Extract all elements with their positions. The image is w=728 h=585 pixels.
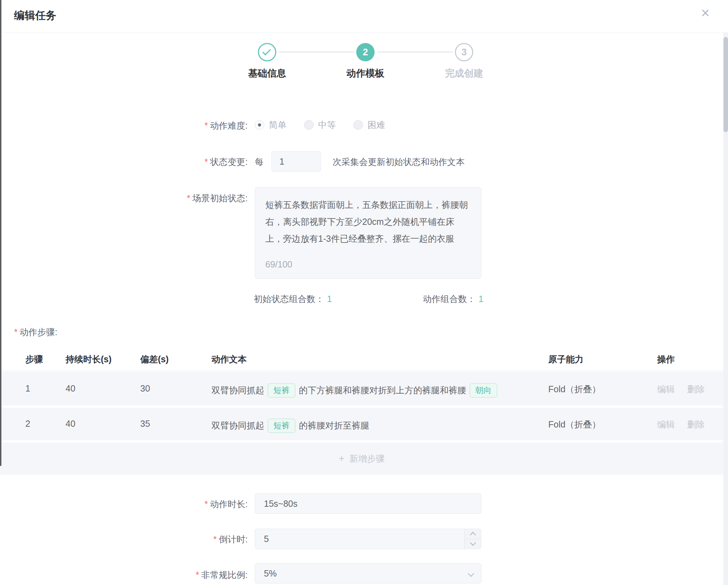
step-3-number: 3 [461, 47, 467, 58]
difficulty-radio-group: 简单 中等 困难 [255, 119, 385, 131]
table-header: 步骤 持续时长(s) 偏差(s) 动作文本 原子能力 操作 [0, 347, 723, 371]
action-combo-value: 1 [479, 294, 483, 304]
step-1-circle [258, 43, 276, 61]
radio-easy[interactable]: 简单 [255, 119, 286, 131]
delete-link[interactable]: 删除 [687, 419, 705, 429]
plus-icon: + [339, 453, 345, 464]
step-connector-1 [279, 51, 354, 53]
difficulty-label: *动作难度: [204, 120, 248, 131]
delete-link[interactable]: 删除 [687, 384, 705, 394]
state-change-suffix: 次采集会更新初始状态和动作文本 [333, 156, 465, 168]
unusual-ratio-select[interactable]: 5% [255, 563, 481, 584]
required-asterisk: * [14, 327, 18, 337]
col-action-text: 动作文本 [211, 353, 247, 365]
radio-hard-dot[interactable] [353, 120, 363, 130]
dialog-header: 编辑任务 × [0, 0, 728, 32]
radio-easy-dot[interactable] [255, 120, 264, 130]
unusual-ratio-label: *非常规比例: [196, 569, 248, 581]
state-change-prefix: 每 [255, 156, 264, 168]
row2-offset: 35 [140, 419, 150, 429]
step-1-label: 基础信息 [221, 67, 313, 80]
number-stepper [464, 529, 481, 549]
stepper-up-button[interactable] [465, 529, 481, 539]
row2-duration: 40 [66, 419, 75, 429]
check-icon [263, 47, 271, 55]
row2-operations: 编辑 删除 [657, 419, 705, 430]
add-step-button[interactable]: + 新增步骤 [0, 442, 723, 475]
chevron-down-icon [470, 540, 476, 546]
table-row: 2 40 35 双臂协同抓起 短裤 的裤腰对折至裤腿 Fold（折叠） 编辑 删… [0, 408, 723, 440]
object-tag: 短裤 [268, 419, 295, 433]
scene-init-text: 短裤五条数据背面朝上，五条数据正面朝上，裤腰朝右，离头部视野下方至少20cm之外… [265, 196, 471, 247]
radio-easy-label: 简单 [269, 119, 286, 131]
orientation-tag: 朝向 [470, 383, 497, 398]
required-asterisk: * [187, 193, 190, 203]
radio-medium[interactable]: 中等 [304, 119, 336, 131]
duration-value: 15s~80s [264, 499, 297, 509]
chevron-down-icon [468, 570, 474, 577]
row1-action-text: 双臂协同抓起 短裤 的下方裤腿和裤腰对折到上方的裤腿和裤腰 朝向 [211, 383, 497, 398]
edit-link[interactable]: 编辑 [657, 419, 675, 429]
close-icon[interactable]: × [701, 6, 710, 20]
step-3-label: 完成创建 [418, 67, 510, 80]
add-step-label: 新增步骤 [349, 453, 384, 464]
required-asterisk: * [204, 121, 208, 130]
edit-link[interactable]: 编辑 [657, 384, 675, 394]
step-2-number: 2 [363, 47, 368, 58]
required-asterisk: * [213, 534, 217, 544]
unusual-ratio-value: 5% [264, 568, 277, 579]
page-edge [0, 0, 1, 466]
state-change-value: 1 [279, 156, 284, 167]
step-3-circle: 3 [455, 43, 473, 61]
action-combo-count: 动作组合数：1 [423, 293, 483, 305]
col-operations: 操作 [657, 353, 675, 365]
scrollbar[interactable] [723, 33, 728, 585]
step-2-label: 动作模板 [320, 67, 411, 80]
col-step: 步骤 [25, 353, 43, 365]
scene-init-textarea[interactable]: 短裤五条数据背面朝上，五条数据正面朝上，裤腰朝右，离头部视野下方至少20cm之外… [255, 187, 481, 279]
char-counter: 69/100 [265, 256, 292, 273]
row2-step: 2 [25, 419, 30, 429]
row2-action-text: 双臂协同抓起 短裤 的裤腰对折至裤腿 [211, 419, 369, 433]
step-connector-2 [377, 51, 453, 53]
step-2-circle: 2 [356, 43, 375, 61]
duration-label: *动作时长: [204, 498, 248, 510]
col-offset: 偏差(s) [140, 353, 169, 365]
row2-ability: Fold（折叠） [548, 419, 601, 430]
scene-init-label: *场景初始状态: [187, 192, 248, 204]
row1-duration: 40 [66, 383, 75, 394]
radio-hard[interactable]: 困难 [353, 119, 385, 131]
object-tag: 短裤 [268, 383, 295, 398]
table-row: 1 40 30 双臂协同抓起 短裤 的下方裤腿和裤腰对折到上方的裤腿和裤腰 朝向… [0, 372, 723, 406]
required-asterisk: * [204, 499, 208, 509]
stepper-down-button[interactable] [465, 539, 481, 549]
col-ability: 原子能力 [548, 353, 584, 365]
radio-medium-label: 中等 [318, 119, 336, 131]
duration-input[interactable]: 15s~80s [255, 493, 481, 514]
row1-offset: 30 [140, 383, 150, 394]
edit-task-dialog: 编辑任务 × 2 3 基础信息 动作模板 完成创建 *动作难度: 简单 中等 困… [0, 0, 728, 585]
state-change-label: *状态变更: [204, 156, 248, 168]
row1-step: 1 [25, 383, 30, 394]
radio-medium-dot[interactable] [304, 120, 314, 130]
dialog-title: 编辑任务 [14, 8, 56, 23]
row1-ability: Fold（折叠） [548, 383, 601, 395]
chevron-up-icon [470, 532, 476, 538]
col-duration: 持续时长(s) [66, 353, 112, 365]
required-asterisk: * [204, 157, 208, 167]
scrollbar-thumb[interactable] [723, 37, 728, 132]
init-combo-value: 1 [327, 294, 332, 304]
init-combo-count: 初始状态组合数：1 [254, 293, 332, 305]
countdown-value: 5 [264, 534, 269, 544]
countdown-input[interactable]: 5 [255, 529, 481, 549]
action-steps-label: *动作步骤: [14, 326, 57, 338]
row1-operations: 编辑 删除 [657, 383, 705, 395]
state-change-input[interactable]: 1 [271, 151, 321, 172]
countdown-label: *倒计时: [213, 534, 248, 545]
radio-hard-label: 困难 [368, 119, 385, 131]
required-asterisk: * [196, 570, 199, 580]
